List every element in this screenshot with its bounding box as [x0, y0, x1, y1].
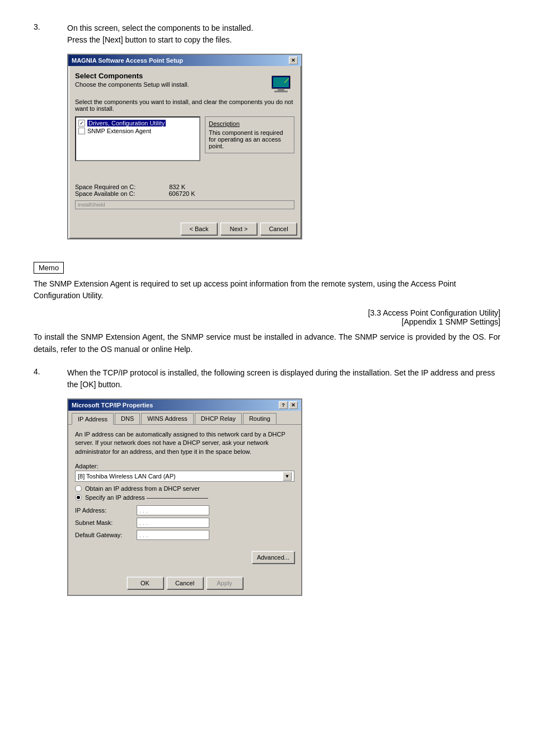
adapter-dropdown[interactable]: [8] Toshiba Wireless LAN Card (AP) ▼: [75, 471, 294, 482]
step-3-number: 3.: [34, 22, 56, 240]
tab-routing[interactable]: Routing: [243, 413, 277, 424]
radio-dhcp-circle[interactable]: [75, 485, 82, 492]
tab-dns[interactable]: DNS: [115, 413, 140, 424]
step-4: 4. When the TCP/IP protocol is installed…: [34, 367, 500, 596]
svg-rect-2: [278, 88, 284, 91]
space-required-value: 832 K: [169, 184, 185, 190]
subnet-mask-input[interactable]: . . .: [137, 518, 209, 528]
setup-icon: [268, 72, 294, 98]
dialog1-body: Select Components Choose the components …: [68, 66, 301, 219]
component-item-1[interactable]: ✓ Drivers, Configuration Utility: [78, 120, 197, 126]
component-label-1: Drivers, Configuration Utility: [87, 120, 166, 126]
dialog1-header: Select Components Choose the components …: [75, 72, 294, 98]
tcpip-title: Microsoft TCP/IP Properties: [72, 402, 153, 408]
component-item-2[interactable]: SNMP Extension Agent: [78, 128, 197, 134]
space-available-label: Space Available on C:: [75, 190, 135, 197]
tab-ip-address[interactable]: IP Address: [72, 413, 114, 425]
step-4-text: When the TCP/IP protocol is installed, t…: [67, 367, 500, 391]
reference-2: [Appendix 1 SNMP Settings]: [34, 317, 500, 326]
adapter-field: Adapter: [8] Toshiba Wireless LAN Card (…: [75, 463, 294, 482]
tcpip-body: An IP address can be automatically assig…: [68, 425, 301, 574]
subnet-mask-row: Subnet Mask: . . .: [75, 518, 294, 528]
installshield-bar: InstallShield: [75, 200, 294, 209]
header-text: Select Components Choose the components …: [75, 72, 189, 93]
reference-links: [3.3 Access Point Configuration Utility]…: [34, 308, 500, 326]
adapter-label: Adapter:: [75, 463, 294, 469]
radio-specify[interactable]: Specify an IP address ——————————: [75, 494, 294, 501]
description-area: Description This component is required f…: [205, 116, 294, 161]
step-3: 3. On this screen, select the components…: [34, 22, 500, 240]
body-text: To install the SNMP Extension Agent, the…: [34, 331, 500, 356]
dialog1-titlebar: MAGNIA Software Access Point Setup ✕: [68, 55, 301, 66]
radio-specify-label: Specify an IP address ——————————: [85, 494, 208, 501]
step-3-text: On this screen, select the components to…: [67, 22, 500, 46]
tcpip-titlebar-buttons: ? ✕: [279, 401, 298, 409]
radio-dhcp[interactable]: Obtain an IP address from a DHCP server: [75, 485, 294, 492]
default-gateway-row: Default Gateway: . . .: [75, 530, 294, 540]
components-list[interactable]: ✓ Drivers, Configuration Utility SNMP Ex…: [75, 116, 200, 161]
ok-button[interactable]: OK: [127, 577, 163, 589]
tcpip-description: An IP address can be automatically assig…: [75, 430, 294, 456]
space-available-value: 606720 K: [168, 190, 195, 197]
instruction-text: Select the components you want to instal…: [75, 98, 294, 112]
section-title: Select Components: [75, 72, 189, 80]
memo-label: Memo: [34, 262, 64, 274]
space-info: Space Required on C: 832 K Space Availab…: [75, 184, 294, 197]
step-3-content: On this screen, select the components to…: [67, 22, 500, 240]
tab-dhcp-relay[interactable]: DHCP Relay: [195, 413, 242, 424]
default-gateway-label: Default Gateway:: [75, 532, 137, 538]
ip-address-row: IP Address: . . .: [75, 505, 294, 515]
apply-button[interactable]: Apply: [207, 577, 243, 589]
ip-address-input[interactable]: . . .: [137, 505, 209, 515]
tcpip-buttons: OK Cancel Apply: [68, 574, 301, 595]
reference-1: [3.3 Access Point Configuration Utility]: [34, 308, 500, 317]
space-required-label: Space Required on C:: [75, 184, 135, 190]
svg-rect-1: [273, 77, 289, 87]
section-subtitle: Choose the components Setup will install…: [75, 81, 189, 88]
description-title: Description: [209, 120, 291, 127]
radio-group: Obtain an IP address from a DHCP server …: [75, 485, 294, 501]
computer-icon: [268, 72, 294, 98]
cancel-button[interactable]: Cancel: [260, 223, 297, 235]
radio-specify-circle[interactable]: [75, 494, 82, 501]
subnet-mask-label: Subnet Mask:: [75, 519, 137, 526]
memo-text: The SNMP Extension Agent is required to …: [34, 278, 500, 302]
description-box: Description This component is required f…: [205, 116, 294, 153]
default-gateway-input[interactable]: . . .: [137, 530, 209, 540]
tab-wins[interactable]: WINS Address: [141, 413, 194, 424]
dialog1-buttons: < Back Next > Cancel: [68, 219, 301, 238]
advanced-button[interactable]: Advanced...: [252, 551, 294, 564]
tcpip-tabs: IP Address DNS WINS Address DHCP Relay R…: [68, 411, 301, 425]
dialog1-title: MAGNIA Software Access Point Setup: [72, 57, 183, 64]
ip-address-label: IP Address:: [75, 507, 137, 514]
magnia-setup-dialog: MAGNIA Software Access Point Setup ✕ Sel…: [67, 54, 302, 240]
step-4-number: 4.: [34, 367, 56, 596]
tcpip-close-button[interactable]: ✕: [289, 401, 298, 409]
description-text: This component is required for operating…: [209, 129, 291, 149]
checkbox-drivers[interactable]: ✓: [78, 120, 85, 126]
dropdown-arrow-icon[interactable]: ▼: [283, 472, 292, 481]
tcpip-dialog: Microsoft TCP/IP Properties ? ✕ IP Addre…: [67, 398, 302, 596]
tcpip-cancel-button[interactable]: Cancel: [167, 577, 203, 589]
ip-fields: IP Address: . . . Subnet Mask: . . . Def…: [75, 505, 294, 540]
help-button[interactable]: ?: [279, 401, 288, 409]
back-button[interactable]: < Back: [181, 223, 217, 235]
advanced-row: Advanced...: [75, 551, 294, 564]
next-button[interactable]: Next >: [221, 223, 257, 235]
tcpip-titlebar: Microsoft TCP/IP Properties ? ✕: [68, 400, 301, 411]
svg-rect-3: [274, 91, 288, 92]
close-button[interactable]: ✕: [289, 57, 298, 64]
adapter-value: [8] Toshiba Wireless LAN Card (AP): [78, 473, 176, 480]
radio-dhcp-label: Obtain an IP address from a DHCP server: [85, 485, 200, 492]
component-label-2: SNMP Extension Agent: [87, 128, 151, 134]
step-4-content: When the TCP/IP protocol is installed, t…: [67, 367, 500, 596]
titlebar-buttons: ✕: [289, 57, 298, 64]
components-area: ✓ Drivers, Configuration Utility SNMP Ex…: [75, 116, 294, 161]
checkbox-snmp[interactable]: [78, 128, 85, 134]
